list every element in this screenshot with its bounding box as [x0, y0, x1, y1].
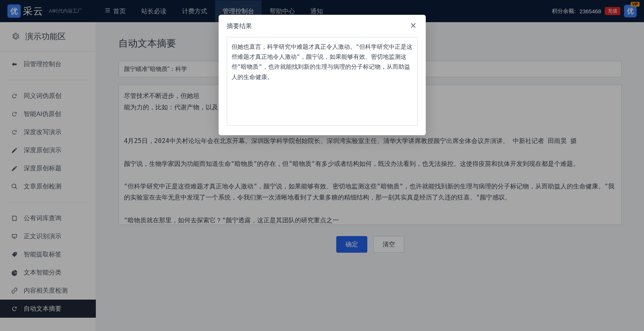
modal-overlay[interactable]: 摘要结果 ✕ — [0, 0, 644, 331]
modal-result-textarea[interactable] — [227, 37, 418, 126]
modal: 摘要结果 ✕ — [219, 15, 426, 135]
modal-header: 摘要结果 ✕ — [219, 15, 426, 37]
close-icon[interactable]: ✕ — [409, 21, 418, 30]
modal-title: 摘要结果 — [227, 22, 252, 30]
